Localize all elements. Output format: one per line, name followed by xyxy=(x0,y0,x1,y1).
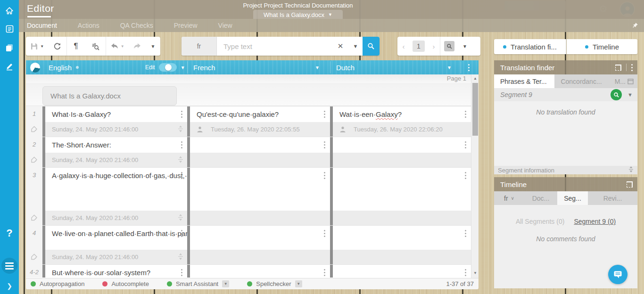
cell-menu-kebab[interactable] xyxy=(324,269,325,276)
target1-cell[interactable] xyxy=(187,264,330,278)
previous-page-button[interactable]: ‹ xyxy=(397,42,410,50)
cell-menu-kebab[interactable] xyxy=(324,230,325,237)
cell-menu-kebab[interactable] xyxy=(181,230,182,237)
tab-document-history[interactable]: Doc... xyxy=(524,191,557,205)
menu-item-actions[interactable]: Actions xyxy=(78,22,99,29)
cell-menu-kebab[interactable] xyxy=(181,269,182,276)
edit-pencil-icon[interactable] xyxy=(0,59,19,74)
tag-icon[interactable] xyxy=(26,211,42,225)
cell-menu-kebab[interactable] xyxy=(181,141,182,148)
search-options-caret[interactable]: ▼ xyxy=(348,43,363,49)
paging-options-caret[interactable]: ▼ xyxy=(458,44,471,49)
tab-concordance[interactable]: Concordanc... xyxy=(554,74,608,88)
add-comment-button[interactable] xyxy=(608,265,627,284)
undo-dropdown-caret[interactable]: ▼ xyxy=(121,44,124,49)
tab-segment-history[interactable]: Seg... xyxy=(557,191,588,205)
row-expander-icon[interactable] xyxy=(178,214,183,222)
source-cell[interactable]: The·Short·Answer: xyxy=(42,137,187,153)
target1-cell[interactable]: Qu'est-ce·qu'une·galaxie? xyxy=(187,106,330,122)
search-language-selector[interactable]: fr xyxy=(182,37,217,56)
tag-icon[interactable] xyxy=(26,250,42,264)
menu-item-preview[interactable]: Preview xyxy=(174,22,198,29)
target1-cell[interactable] xyxy=(187,225,330,250)
undock-icon[interactable] xyxy=(615,65,621,71)
clear-search-icon[interactable]: ✕ xyxy=(332,42,348,50)
cell-menu-kebab[interactable] xyxy=(181,172,182,179)
tag-icon[interactable] xyxy=(26,153,42,167)
target1-cell[interactable] xyxy=(187,167,330,211)
panel-menu-kebab[interactable] xyxy=(631,64,633,71)
page-search-toggle[interactable] xyxy=(444,41,454,51)
row-expander-icon[interactable] xyxy=(178,253,183,261)
menu-item-qa-checks[interactable]: QA Checks xyxy=(120,22,153,29)
expand-collapse-icon[interactable] xyxy=(628,166,634,174)
cell-menu-kebab[interactable] xyxy=(324,111,325,118)
smart-assistant-dropdown[interactable]: ▼ xyxy=(222,280,229,287)
filter-segment-9[interactable]: Segment 9 (0) xyxy=(574,218,616,225)
cell-menu-kebab[interactable] xyxy=(465,230,466,237)
edit-options-caret[interactable]: ▼ xyxy=(181,65,185,70)
target2-dropdown-caret[interactable]: ▼ xyxy=(447,60,452,74)
tab-revisions[interactable]: Revi... xyxy=(588,191,637,205)
cell-menu-kebab[interactable] xyxy=(465,111,466,118)
target2-cell[interactable] xyxy=(330,225,471,250)
cell-menu-kebab[interactable] xyxy=(181,111,182,118)
timeline-language-selector[interactable]: fr ∨ xyxy=(494,195,524,202)
segment-expand-caret[interactable]: ▼ xyxy=(627,92,633,98)
tag-icon[interactable] xyxy=(26,122,42,137)
source-cell[interactable]: We·live·on·a·planet·called·Earth·that·is… xyxy=(42,225,187,250)
page-number-field[interactable]: 1 xyxy=(413,41,425,52)
target2-cell[interactable] xyxy=(330,137,471,153)
tab-machine-translation[interactable]: M... xyxy=(608,74,637,88)
pin-icon[interactable] xyxy=(632,22,638,31)
undock-icon[interactable] xyxy=(627,181,633,188)
cell-menu-kebab[interactable] xyxy=(465,269,466,276)
next-page-button[interactable]: › xyxy=(428,42,440,50)
source-cell[interactable]: A·galaxy·is·a·huge·collection·of·gas,·du… xyxy=(42,167,187,211)
segment-information-bar[interactable]: Segment information xyxy=(494,166,637,174)
save-dropdown-caret[interactable]: ▼ xyxy=(40,44,44,49)
search-input[interactable] xyxy=(217,37,332,55)
save-button[interactable]: ▼ xyxy=(26,37,49,56)
toolbar-more-caret[interactable]: ▼ xyxy=(146,37,160,56)
undo-button[interactable]: ▼ xyxy=(106,37,129,56)
tab-timeline[interactable]: Timeline xyxy=(567,39,637,54)
smart-assistant-toggle[interactable]: Smart Assistant ▼ xyxy=(167,280,229,287)
grid-scrollbar[interactable]: ▲ ▼ xyxy=(471,74,479,278)
row-expander-icon[interactable] xyxy=(178,156,183,164)
grid-menu-kebab[interactable] xyxy=(468,60,470,74)
cell-menu-kebab[interactable] xyxy=(465,141,466,148)
menu-item-document[interactable]: Document xyxy=(27,22,57,29)
target1-dropdown-caret[interactable]: ▼ xyxy=(315,60,320,74)
target2-cell[interactable] xyxy=(330,167,471,211)
home-icon[interactable] xyxy=(0,4,19,18)
document-tab[interactable]: What Is a Galaxy.docx xyxy=(42,86,177,106)
formatting-marks-button[interactable]: ¶ xyxy=(67,37,85,56)
lookup-button[interactable] xyxy=(611,89,622,100)
sidebar-menu-button[interactable] xyxy=(0,256,19,275)
refresh-button[interactable] xyxy=(49,37,66,56)
cell-menu-kebab[interactable] xyxy=(465,172,466,179)
source-cell[interactable]: What·Is·a·Galaxy? xyxy=(42,106,187,122)
find-replace-button[interactable] xyxy=(85,37,106,56)
spellchecker-dropdown[interactable]: ▼ xyxy=(295,280,302,287)
filter-all-segments[interactable]: All Segments (0) xyxy=(516,218,564,225)
target2-cell[interactable] xyxy=(330,264,471,278)
scroll-up-icon[interactable]: ▲ xyxy=(471,76,479,81)
scroll-down-icon[interactable]: ▼ xyxy=(471,271,479,275)
row-expander-icon[interactable] xyxy=(178,125,183,133)
menu-item-view[interactable]: View xyxy=(218,22,232,29)
search-button[interactable] xyxy=(363,37,380,56)
help-icon[interactable]: ? xyxy=(0,226,19,240)
sidebar-expand-chevron[interactable]: ❯ xyxy=(0,279,19,293)
autocomplete-toggle[interactable]: Autocomplete xyxy=(102,280,149,287)
source-cell[interactable]: But·where·is·our·solar·system? xyxy=(42,264,187,278)
target1-cell[interactable] xyxy=(187,137,330,153)
document-selector[interactable]: What Is a Galaxy.docx ▼ xyxy=(253,10,343,19)
cell-menu-kebab[interactable] xyxy=(324,172,325,179)
spellchecker-toggle[interactable]: Spellchecker ▼ xyxy=(247,280,302,287)
cell-menu-kebab[interactable] xyxy=(324,141,325,148)
autopropagation-toggle[interactable]: Autopropagation xyxy=(31,280,84,287)
documents-copy-icon[interactable] xyxy=(0,41,19,55)
target2-cell[interactable]: Wat·is·een·Galaxy? xyxy=(330,106,471,122)
